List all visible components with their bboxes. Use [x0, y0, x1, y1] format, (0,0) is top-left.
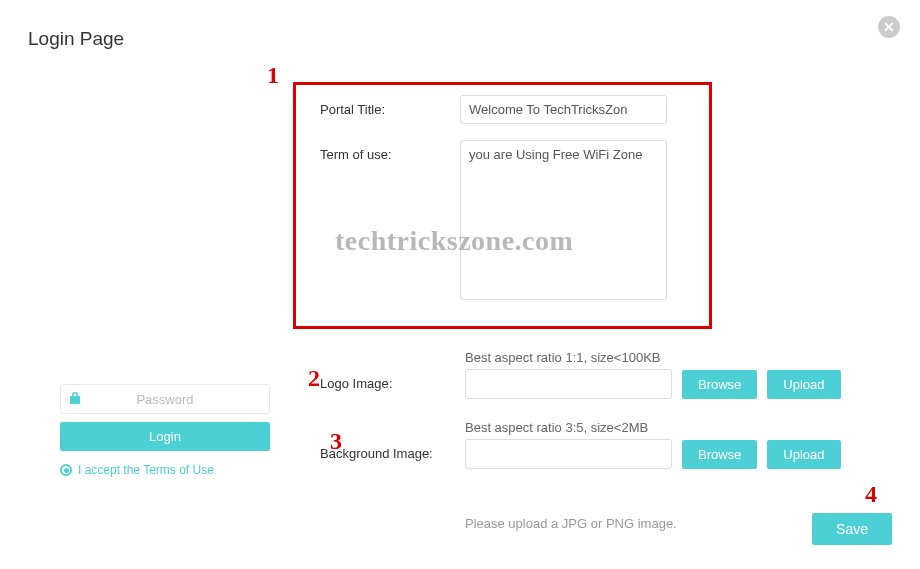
password-placeholder: Password	[89, 392, 269, 407]
save-button[interactable]: Save	[812, 513, 892, 545]
lock-icon	[61, 391, 89, 408]
logo-image-label: Logo Image:	[320, 376, 465, 399]
background-upload-button[interactable]: Upload	[767, 440, 840, 469]
logo-upload-button[interactable]: Upload	[767, 370, 840, 399]
background-browse-button[interactable]: Browse	[682, 440, 757, 469]
portal-form: Portal Title: Term of use: you are Using…	[320, 95, 667, 316]
logo-browse-button[interactable]: Browse	[682, 370, 757, 399]
logo-hint: Best aspect ratio 1:1, size<100KB	[465, 350, 841, 365]
background-file-display	[465, 439, 672, 469]
background-image-section: Background Image: Best aspect ratio 3:5,…	[320, 420, 880, 469]
close-button[interactable]: ✕	[878, 16, 900, 38]
login-button[interactable]: Login	[60, 422, 270, 451]
terms-of-use-link[interactable]: Terms of Use	[143, 463, 214, 477]
login-preview: Password Login I accept the Terms of Use	[60, 384, 270, 477]
annotation-2: 2	[308, 365, 320, 392]
terms-row: Term of use: you are Using Free WiFi Zon…	[320, 140, 667, 300]
background-image-label: Background Image:	[320, 446, 465, 469]
background-hint: Best aspect ratio 3:5, size<2MB	[465, 420, 841, 435]
password-field[interactable]: Password	[60, 384, 270, 414]
close-icon: ✕	[883, 19, 895, 35]
terms-accept-row: I accept the Terms of Use	[60, 463, 270, 477]
annotation-4: 4	[865, 481, 877, 508]
terms-textarea[interactable]: you are Using Free WiFi Zone	[460, 140, 667, 300]
page-title: Login Page	[28, 28, 124, 50]
upload-note: Please upload a JPG or PNG image.	[465, 516, 677, 531]
logo-image-section: Logo Image: Best aspect ratio 1:1, size<…	[320, 350, 880, 399]
logo-file-display	[465, 369, 672, 399]
terms-label: Term of use:	[320, 140, 460, 162]
radio-dot-icon	[64, 468, 69, 473]
portal-title-row: Portal Title:	[320, 95, 667, 124]
annotation-1: 1	[267, 62, 279, 89]
terms-accept-text: I accept the Terms of Use	[78, 463, 214, 477]
portal-title-input[interactable]	[460, 95, 667, 124]
terms-radio[interactable]	[60, 464, 72, 476]
portal-title-label: Portal Title:	[320, 95, 460, 117]
